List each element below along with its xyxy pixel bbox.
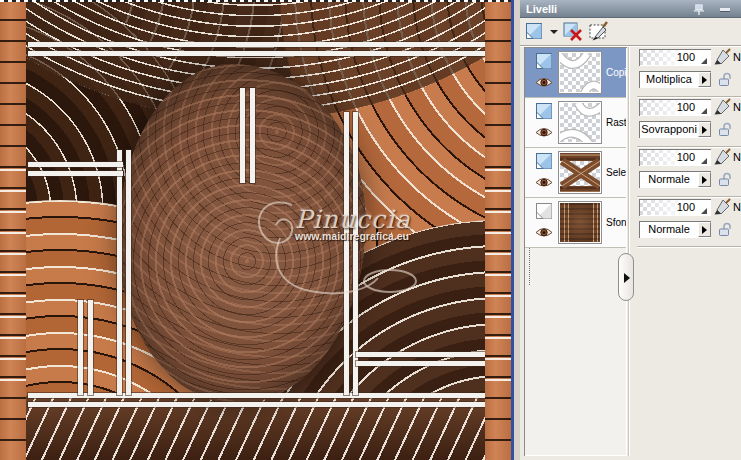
watermark: Pinuccia www.maidiregrafica.eu	[295, 205, 495, 242]
opacity-slider-handle[interactable]	[701, 208, 707, 214]
artwork-stripe	[28, 393, 485, 398]
blend-dropdown-button[interactable]	[698, 72, 711, 87]
autohide-pin-icon[interactable]	[692, 3, 705, 16]
image-window-border	[511, 0, 514, 460]
new-layer-icon	[524, 21, 544, 41]
artwork-stripe	[28, 171, 123, 176]
watermark-swirl-icon	[250, 193, 450, 303]
layer-name: Sele	[606, 148, 626, 198]
lock-open-icon[interactable]	[717, 70, 733, 87]
palette-title: Livelli	[526, 0, 557, 18]
artwork-stripe	[117, 150, 122, 395]
artwork-stripe	[356, 352, 486, 357]
layer-row-copia[interactable]: Copi	[525, 48, 626, 98]
link-set-label[interactable]: Ne	[733, 49, 741, 66]
minimize-icon[interactable]	[720, 8, 730, 11]
background-layer-icon	[534, 201, 554, 221]
layer-name: Rast	[606, 98, 626, 148]
artwork-stripe	[28, 402, 485, 407]
new-layer-button[interactable]	[524, 21, 560, 43]
visibility-eye-icon[interactable]	[535, 76, 553, 89]
collapse-arrow-icon	[624, 273, 630, 283]
visibility-eye-icon[interactable]	[535, 176, 553, 189]
layer-name: Sfon	[606, 198, 626, 248]
lock-open-icon[interactable]	[717, 120, 733, 137]
layer-thumbnail[interactable]	[558, 101, 602, 144]
layer-row-selezione[interactable]: Sele	[525, 148, 626, 198]
artwork-stripe	[28, 42, 485, 47]
edit-selection-icon	[588, 21, 610, 41]
link-set-label[interactable]: Ne	[733, 149, 741, 166]
raster-layer-icon	[534, 101, 554, 121]
dropdown-arrow-icon[interactable]	[550, 30, 558, 34]
layer-thumbnail[interactable]	[558, 151, 602, 194]
layers-palette: Livelli	[520, 0, 741, 460]
visibility-eye-icon[interactable]	[535, 226, 553, 239]
blend-dropdown-button[interactable]	[698, 122, 711, 137]
selection-marching-ants	[0, 0, 511, 2]
thumbnail-wood	[560, 203, 600, 242]
blend-dropdown-button[interactable]	[698, 222, 711, 237]
brush-icon	[713, 148, 731, 166]
artwork-stripe	[28, 162, 123, 167]
link-set-label[interactable]: Ne	[733, 99, 741, 116]
splitter-handle[interactable]	[618, 253, 634, 301]
layer-thumbnail[interactable]	[558, 51, 602, 94]
artwork-stripe	[28, 51, 485, 56]
lock-open-icon[interactable]	[717, 170, 733, 187]
layer-list: Copi Rast	[524, 47, 627, 456]
edit-selection-button[interactable]	[588, 21, 612, 43]
group-separator	[637, 246, 741, 248]
artwork-stripe	[78, 300, 83, 395]
opacity-slider-handle[interactable]	[701, 158, 707, 164]
layer-controls-copia: 100 Ne Moltiplica	[637, 47, 741, 97]
thumbnail-lattice	[560, 153, 600, 192]
layer-name: Copi	[606, 48, 626, 98]
artwork-stripe	[240, 88, 245, 183]
artwork-stripe	[126, 150, 131, 395]
brush-icon	[713, 98, 731, 116]
artwork-brick-highlight	[485, 150, 511, 390]
raster-layer-icon	[534, 51, 554, 71]
brush-icon	[713, 198, 731, 216]
palette-titlebar[interactable]: Livelli	[520, 0, 741, 18]
layer-controls-sfondo: 100 Ne Normale	[637, 197, 741, 247]
artwork-brick-highlight	[0, 150, 26, 390]
artwork-stripe	[356, 361, 486, 366]
link-set-label[interactable]: Ne	[733, 199, 741, 216]
artwork-stripe	[250, 88, 255, 183]
palette-toolbar	[520, 19, 741, 45]
raster-layer-icon	[534, 151, 554, 171]
panel-splitter[interactable]	[628, 47, 629, 456]
thumbnail-waves	[560, 53, 600, 92]
layer-controls-selezione: 100 Ne Normale	[637, 147, 741, 197]
visibility-eye-icon[interactable]	[535, 126, 553, 139]
layer-row-sfondo[interactable]: Sfon	[525, 198, 626, 248]
lock-open-icon[interactable]	[717, 220, 733, 237]
artwork-stripe	[88, 300, 93, 395]
opacity-slider-handle[interactable]	[701, 58, 707, 64]
layer-controls-raster: 100 Ne Sovrapponi	[637, 97, 741, 147]
layer-thumbnail[interactable]	[558, 201, 602, 244]
delete-layer-icon	[562, 21, 584, 41]
layer-row-raster[interactable]: Rast	[525, 98, 626, 148]
thumbnail-waves	[560, 103, 600, 142]
delete-layer-button[interactable]	[562, 21, 586, 43]
opacity-slider-handle[interactable]	[701, 108, 707, 114]
blend-dropdown-button[interactable]	[698, 172, 711, 187]
brush-icon	[713, 48, 731, 66]
canvas-image[interactable]: Pinuccia www.maidiregrafica.eu	[0, 0, 511, 460]
